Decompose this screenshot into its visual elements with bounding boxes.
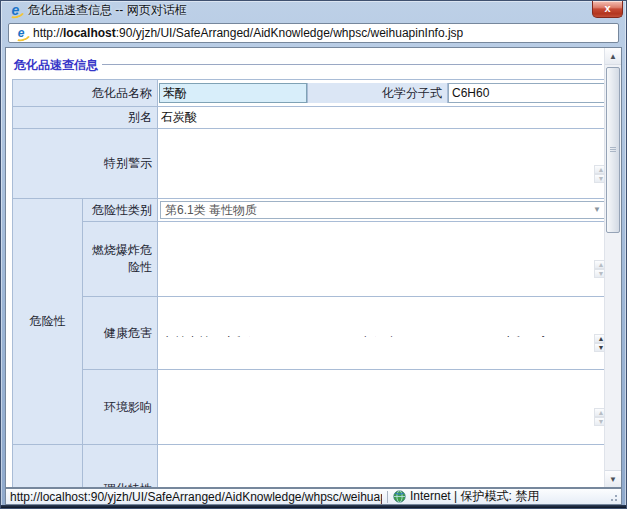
- name-label: 危化品名称: [13, 80, 158, 107]
- alias-input[interactable]: [158, 109, 604, 126]
- hazard-group-label: 危险性: [13, 199, 83, 445]
- divider: [387, 491, 388, 503]
- chevron-down-icon[interactable]: ▼: [590, 202, 604, 218]
- scroll-up-icon[interactable]: ▲: [594, 408, 604, 417]
- window-title: 危化品速查信息 -- 网页对话框: [28, 2, 187, 19]
- section-header: 危化品速查信息: [12, 57, 604, 74]
- scroll-down-icon[interactable]: ▼: [594, 174, 604, 183]
- dialog-window: e 危化品速查信息 -- 网页对话框 x e http://localhost:…: [0, 0, 627, 509]
- close-icon: x: [604, 2, 610, 14]
- chemical-name-input[interactable]: [159, 83, 307, 103]
- table-row: 理化特性 无色或白色晶体，有特殊气味。在空气中及光线作用下变为粉红色甚至红色。室…: [13, 445, 605, 488]
- resize-grip[interactable]: [607, 492, 617, 502]
- address-bar: e http://localhost:90/yjzh/UI/SafeArrang…: [5, 20, 622, 46]
- scroll-down-icon[interactable]: ▼: [594, 417, 604, 426]
- close-button[interactable]: x: [592, 1, 623, 18]
- empty-cell: [13, 445, 83, 488]
- scroll-up-icon[interactable]: ▲: [605, 48, 621, 65]
- scroll-down-icon[interactable]: ▼: [605, 470, 621, 487]
- page-scrollbar[interactable]: ▲ ▼: [604, 48, 621, 487]
- chemical-info-table: 危化品名称 化学分子式 别名: [12, 79, 604, 487]
- hazard-category-select[interactable]: 第6.1类 毒性物质 ▼: [160, 201, 604, 219]
- physical-label: 理化特性: [83, 445, 158, 488]
- category-label: 危险性类别: [83, 199, 158, 222]
- ie-icon: e: [8, 3, 23, 18]
- table-row: 别名: [13, 107, 605, 129]
- table-row: 危险性 危险性类别 第6.1类 毒性物质 ▼: [13, 199, 605, 222]
- divider: [102, 64, 602, 65]
- scrollbar-thumb[interactable]: [606, 67, 620, 233]
- page-content-area: 危化品速查信息 危化品名称 化学分子式 别名: [5, 47, 622, 488]
- ie-icon: e: [14, 26, 28, 40]
- scroll-down-icon[interactable]: ▼: [594, 269, 604, 278]
- globe-icon: [393, 490, 406, 503]
- table-row: 健康危害 急性毒性：大鼠经LD50317mg／kg；兔经皮LD50。630mg/…: [13, 297, 605, 370]
- table-row: 环境影响 在很低的浓度下就能对水生生物造成危害 在土壤中，只要2-5天时间就可完…: [13, 370, 605, 445]
- scroll-up-icon[interactable]: ▲: [594, 165, 604, 174]
- table-row: 危化品名称 化学分子式: [13, 80, 605, 107]
- address-field[interactable]: e http://localhost:90/yjzh/UI/SafeArrang…: [8, 23, 619, 43]
- environment-label: 环境影响: [83, 370, 158, 445]
- zone-text: Internet | 保护模式: 禁用: [410, 488, 539, 505]
- address-url: http://localhost:90/yjzh/UI/SafeArranged…: [33, 26, 463, 40]
- window-bottom-border: [1, 505, 626, 508]
- health-label: 健康危害: [83, 297, 158, 370]
- scroll-down-icon[interactable]: ▼: [594, 343, 604, 352]
- scroll-up-icon[interactable]: ▲: [594, 260, 604, 269]
- status-url: http://localhost:90/yjzh/UI/SafeArranged…: [10, 490, 382, 504]
- table-row: 燃烧爆炸危险性 可燃 ▲ ▼: [13, 222, 605, 297]
- fire-label: 燃烧爆炸危险性: [83, 222, 158, 297]
- formula-input[interactable]: [448, 83, 604, 103]
- title-bar[interactable]: e 危化品速查信息 -- 网页对话框: [1, 1, 626, 20]
- page-title: 危化品速查信息: [14, 57, 102, 74]
- warning-label: 特别警示: [13, 129, 158, 199]
- scroll-up-icon[interactable]: ▲: [594, 334, 604, 343]
- formula-label: 化学分子式: [307, 83, 448, 103]
- table-row: 特别警示 有毒，对皮肤、黏膜有强烈的腐蚀作用 皮肤接触，首先用大量清水冲洗至少1…: [13, 129, 605, 199]
- security-zone: Internet | 保护模式: 禁用: [393, 488, 607, 505]
- alias-label: 别名: [13, 107, 158, 129]
- status-bar: http://localhost:90/yjzh/UI/SafeArranged…: [5, 488, 622, 505]
